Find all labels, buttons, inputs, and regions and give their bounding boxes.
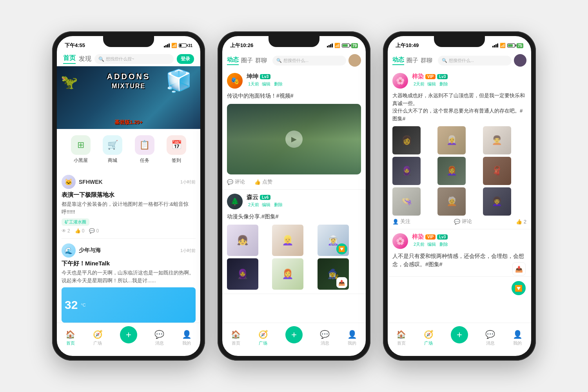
- post-kunkun[interactable]: 🎭 坤坤 Lv3 1天前 编辑 删除: [222, 69, 366, 190]
- bnav-msg-3[interactable]: 💬 消息: [485, 330, 495, 346]
- anime-img-4: 🧕: [227, 258, 258, 290]
- avatar-shaonan: 🌊: [62, 243, 76, 258]
- plus-btn-1[interactable]: +: [120, 326, 137, 343]
- share-btn-anime[interactable]: 📤: [336, 277, 347, 288]
- nav-bar-2: 动态 圈子 群聊 🔍 想搜些什么...: [222, 52, 366, 69]
- banner-1[interactable]: 🦖 🧊 ADDONS MIXTURE 基岩版1.20+: [57, 66, 200, 129]
- girl-img-2: 👩‍🦳: [437, 126, 466, 154]
- battery-pct-1: 31: [188, 44, 192, 48]
- girl-img-8: 🧑‍🦳: [437, 187, 466, 216]
- phone-2: 上午10:26 📶 79 动态: [218, 31, 370, 361]
- signal-3: [492, 44, 498, 47]
- girl-img-1: 👩: [392, 126, 421, 154]
- bnav-home-1[interactable]: 🏠 首页: [65, 330, 75, 346]
- like-icon: 👍: [75, 228, 81, 234]
- girl-img-6: 🧣: [483, 157, 511, 185]
- follow-action[interactable]: 👤 关注: [392, 218, 410, 225]
- overlay-filter[interactable]: 🔽: [336, 243, 347, 254]
- float-share-btn[interactable]: 📤: [512, 262, 526, 276]
- bnav-square-2[interactable]: 🧭 广场: [258, 330, 268, 346]
- phone-3-screen: 上午10:49 📶 75 动态: [388, 36, 531, 356]
- phone-1: 下午4:55 📶 31 首页: [52, 31, 205, 361]
- comment-icon-z: 💬: [454, 219, 460, 225]
- like-action-z[interactable]: 👍 2: [516, 219, 526, 225]
- bnav-mine-1[interactable]: 👤 我的: [182, 330, 192, 346]
- bnav-msg-1[interactable]: 💬 消息: [154, 330, 164, 346]
- comment-action-z[interactable]: 💬 评论: [454, 218, 472, 225]
- search-bar-2[interactable]: 🔍 想搜些什么...: [272, 56, 346, 65]
- bottom-nav-2: 🏠 首页 🧭 广场 + 💬 消息 👤 我的: [222, 323, 366, 356]
- search-icon-1: 🔍: [98, 56, 104, 62]
- signal-1: [164, 44, 170, 47]
- tab-circle-2[interactable]: 圈子: [241, 57, 253, 64]
- post-senyun[interactable]: 🌲 森云 Lv6 2天前 编辑 删除: [222, 190, 366, 294]
- tab-dynamic-2[interactable]: 动态: [227, 56, 239, 65]
- banner-title: ADDONS: [107, 72, 151, 81]
- plus-btn-2[interactable]: +: [285, 326, 303, 343]
- search-icon-2: 🔍: [276, 58, 282, 63]
- girl-img-4: 🧕: [392, 157, 421, 185]
- bnav-home-2[interactable]: 🏠 首页: [231, 330, 241, 346]
- notch-3: [434, 36, 485, 47]
- banner-version: 基岩版1.20+: [114, 119, 143, 126]
- eye-icon: 👁: [62, 228, 66, 234]
- tab-circle-3[interactable]: 圈子: [407, 57, 418, 64]
- girl-img-3: 🧑‍🦱: [483, 126, 511, 154]
- home-icon-1: 🏠: [65, 330, 75, 339]
- action-task[interactable]: 📋 任务: [135, 135, 154, 164]
- time-1: 下午4:55: [65, 42, 85, 49]
- bnav-square-3[interactable]: 🧭 广场: [424, 330, 434, 346]
- girl-grid-top: 👩 👩‍🦳 🧑‍🦱: [392, 126, 526, 154]
- tab-groupchat-2[interactable]: 群聊: [255, 57, 267, 64]
- post-ziran-1[interactable]: 🌸 梓染 VIP Lv3 2天前 编辑 删除: [388, 69, 531, 229]
- action-shop[interactable]: 🛒 商城: [103, 135, 122, 164]
- tab-dynamic-3[interactable]: 动态: [392, 56, 404, 65]
- anime-img-5: 👩‍🦰: [272, 258, 303, 290]
- girl-img-5: 👩‍🦰: [437, 157, 466, 185]
- bnav-msg-2[interactable]: 💬 消息: [320, 330, 330, 346]
- search-bar-1[interactable]: 🔍 想找些什么捏~: [94, 54, 174, 64]
- comment-action[interactable]: 💬 评论: [227, 178, 245, 185]
- tab-discover-1[interactable]: 发现: [79, 55, 91, 63]
- post-ziran-2[interactable]: 🌸 梓染 VIP Lv3 2天前 编辑 删除: [388, 229, 531, 277]
- bnav-home-3[interactable]: 🏠 首页: [396, 330, 406, 346]
- banner-subtitle: MIXTURE: [112, 83, 145, 90]
- search-bar-3[interactable]: 🔍 想搜些什么...: [438, 56, 512, 65]
- feed-item-2[interactable]: 🌊 少年与海 1小时前 下午好！MineTalk 今天也是平凡的一天啊，山东临沂…: [62, 239, 196, 323]
- login-btn[interactable]: 登录: [177, 54, 194, 64]
- battery-pct-3: 75: [517, 43, 523, 48]
- quick-actions: ⊞ 小黑屋 🛒 商城 📋 任务 📅 签到: [57, 129, 200, 170]
- phone-1-screen: 下午4:55 📶 31 首页: [57, 36, 200, 356]
- bnav-mine-3[interactable]: 👤 我的: [513, 330, 523, 346]
- time-3: 上午10:49: [396, 42, 419, 49]
- mine-icon-1: 👤: [182, 330, 192, 339]
- comment-icon: 💬: [89, 228, 95, 234]
- action-signin[interactable]: 📅 签到: [167, 135, 186, 164]
- post-actions-ziran-1: 👤 关注 💬 评论 👍 2: [392, 216, 526, 225]
- user-avatar-3[interactable]: [514, 54, 526, 67]
- nav-bar-1: 首页 发现 🔍 想找些什么捏~ 登录: [57, 52, 200, 66]
- status-icons-2: 📶 79: [327, 43, 358, 48]
- bottom-nav-1: 🏠 首页 🧭 广场 + 💬 消息 👤 我的: [57, 323, 200, 356]
- user-avatar-2[interactable]: [348, 54, 361, 67]
- like-icon-2: 👍: [254, 179, 261, 185]
- girl-img-9: 👩‍🦱: [483, 187, 511, 216]
- temp-display: 32: [65, 298, 78, 312]
- time-2: 上午10:26: [230, 42, 253, 49]
- float-filter-btn[interactable]: 🔽: [512, 281, 526, 295]
- like-action[interactable]: 👍 点赞: [254, 178, 272, 185]
- bnav-square-1[interactable]: 🧭 广场: [93, 330, 103, 346]
- mc-character-right: 🧊: [165, 68, 192, 94]
- bnav-mine-2[interactable]: 👤 我的: [347, 330, 357, 346]
- tab-groupchat-3[interactable]: 群聊: [421, 57, 432, 64]
- wifi-icon-1: 📶: [171, 43, 177, 48]
- video-thumbnail[interactable]: ▶: [227, 104, 361, 174]
- action-blackhouse[interactable]: ⊞ 小黑屋: [71, 135, 91, 164]
- feed-item-1[interactable]: 🐱 SFHWEK 1小时前 表演一下极限落地水 都是靠这个捡装备的，设计地图时差…: [62, 170, 196, 239]
- comments-stat: 💬 0: [89, 228, 99, 234]
- notch-2: [269, 36, 319, 47]
- tab-home-1[interactable]: 首页: [63, 54, 76, 64]
- battery-3: [507, 44, 515, 47]
- avatar-kunkun: 🎭: [227, 73, 243, 89]
- plus-btn-3[interactable]: +: [451, 326, 468, 343]
